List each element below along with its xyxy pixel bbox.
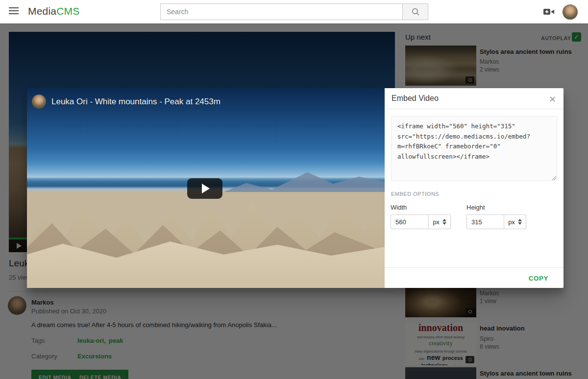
play-icon bbox=[202, 184, 210, 193]
height-label: Height bbox=[466, 204, 485, 211]
embed-video-modal: Leuka Ori - White mountains - Peak at 24… bbox=[27, 88, 564, 288]
stepper-arrows-icon bbox=[518, 219, 522, 225]
logo[interactable]: MediaCMS bbox=[28, 5, 79, 17]
width-unit-select[interactable]: px bbox=[428, 214, 451, 229]
resize-handle[interactable] bbox=[552, 176, 556, 180]
page: MediaCMS Leuka Ori - White mountains - P… bbox=[0, 0, 588, 379]
user-avatar[interactable] bbox=[563, 4, 578, 20]
logo-accent: CMS bbox=[56, 5, 79, 17]
embed-preview-player[interactable]: Leuka Ori - White mountains - Peak at 24… bbox=[27, 88, 385, 288]
top-header: MediaCMS bbox=[0, 0, 588, 24]
modal-footer: COPY bbox=[385, 267, 564, 288]
upload-video-icon[interactable] bbox=[543, 7, 555, 16]
modal-title: Embed Video bbox=[392, 94, 439, 103]
width-unit-value: px bbox=[433, 218, 440, 226]
mountain-scene bbox=[224, 160, 385, 192]
search-icon bbox=[411, 7, 420, 16]
modal-header: Embed Video ✕ bbox=[385, 88, 564, 109]
menu-icon[interactable] bbox=[9, 7, 20, 16]
logo-primary: Media bbox=[28, 5, 56, 17]
height-unit-select[interactable]: px bbox=[504, 214, 526, 229]
play-button[interactable] bbox=[187, 178, 222, 199]
preview-author-avatar bbox=[32, 95, 46, 109]
search-bar bbox=[160, 3, 428, 20]
embed-code-textarea[interactable]: <iframe width="560" height="315" src="ht… bbox=[391, 116, 557, 181]
height-input[interactable] bbox=[466, 214, 504, 229]
width-input[interactable] bbox=[391, 214, 429, 229]
search-button[interactable] bbox=[402, 3, 428, 20]
stepper-arrows-icon bbox=[442, 219, 446, 225]
close-icon[interactable]: ✕ bbox=[548, 93, 557, 106]
search-input[interactable] bbox=[160, 3, 402, 20]
height-unit-value: px bbox=[508, 218, 515, 226]
embed-options-panel: Embed Video ✕ <iframe width="560" height… bbox=[385, 88, 564, 288]
embed-options-label: EMBED OPTIONS bbox=[391, 191, 439, 197]
preview-video-title: Leuka Ori - White mountains - Peak at 24… bbox=[51, 97, 220, 107]
copy-button[interactable]: COPY bbox=[524, 272, 553, 285]
width-label: Width bbox=[391, 204, 407, 211]
